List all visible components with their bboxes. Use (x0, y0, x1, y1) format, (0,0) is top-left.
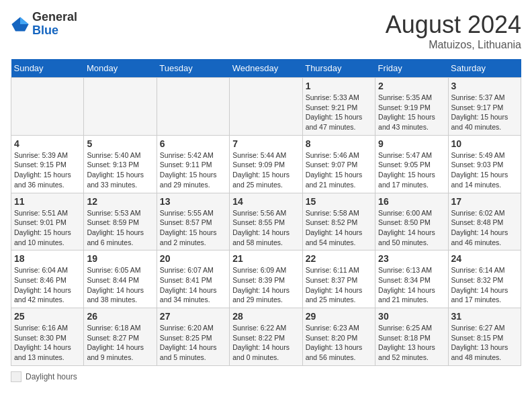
day-number: 15 (306, 196, 372, 207)
calendar-cell: 24Sunrise: 6:14 AMSunset: 8:32 PMDayligh… (448, 250, 521, 308)
legend-label: Daylight hours (26, 372, 77, 381)
day-number: 25 (14, 311, 81, 322)
day-detail: Sunrise: 5:35 AMSunset: 9:19 PMDaylight:… (378, 93, 445, 132)
calendar-cell: 5Sunrise: 5:40 AMSunset: 9:13 PMDaylight… (84, 135, 157, 193)
calendar-cell (230, 78, 302, 136)
calendar-cell: 26Sunrise: 6:18 AMSunset: 8:27 PMDayligh… (84, 308, 157, 366)
header-saturday: Saturday (448, 59, 521, 78)
day-detail: Sunrise: 6:09 AMSunset: 8:39 PMDaylight:… (232, 265, 299, 305)
calendar-cell: 18Sunrise: 6:04 AMSunset: 8:46 PMDayligh… (11, 250, 84, 308)
svg-marker-1 (20, 17, 29, 24)
header-wednesday: Wednesday (230, 59, 302, 78)
day-detail: Sunrise: 5:39 AMSunset: 9:15 PMDaylight:… (14, 150, 81, 190)
day-number: 6 (160, 138, 226, 149)
calendar-cell: 4Sunrise: 5:39 AMSunset: 9:15 PMDaylight… (11, 135, 84, 193)
day-number: 9 (378, 138, 445, 149)
day-number: 14 (232, 196, 299, 207)
calendar-cell: 20Sunrise: 6:07 AMSunset: 8:41 PMDayligh… (157, 250, 229, 308)
calendar-cell: 29Sunrise: 6:23 AMSunset: 8:20 PMDayligh… (302, 308, 375, 366)
calendar-table: SundayMondayTuesdayWednesdayThursdayFrid… (11, 59, 521, 366)
calendar-cell: 1Sunrise: 5:33 AMSunset: 9:21 PMDaylight… (302, 78, 375, 136)
header-thursday: Thursday (302, 59, 375, 78)
day-number: 31 (451, 311, 518, 322)
day-detail: Sunrise: 6:25 AMSunset: 8:18 PMDaylight:… (378, 323, 445, 363)
subtitle: Matuizos, Lithuania (386, 39, 521, 51)
calendar-cell: 6Sunrise: 5:42 AMSunset: 9:11 PMDaylight… (157, 135, 229, 193)
header-monday: Monday (84, 59, 157, 78)
day-detail: Sunrise: 6:22 AMSunset: 8:22 PMDaylight:… (232, 323, 299, 363)
calendar-cell: 3Sunrise: 5:37 AMSunset: 9:17 PMDaylight… (448, 78, 521, 136)
calendar-cell: 7Sunrise: 5:44 AMSunset: 9:09 PMDaylight… (230, 135, 302, 193)
header-friday: Friday (375, 59, 448, 78)
day-number: 21 (232, 253, 299, 264)
header-sunday: Sunday (11, 59, 84, 78)
day-number: 11 (14, 196, 81, 207)
calendar-cell: 10Sunrise: 5:49 AMSunset: 9:03 PMDayligh… (448, 135, 521, 193)
calendar-cell: 16Sunrise: 6:00 AMSunset: 8:50 PMDayligh… (375, 193, 448, 250)
day-detail: Sunrise: 6:07 AMSunset: 8:41 PMDaylight:… (160, 265, 226, 305)
day-detail: Sunrise: 6:02 AMSunset: 8:48 PMDaylight:… (451, 208, 518, 248)
day-number: 29 (306, 311, 372, 322)
day-detail: Sunrise: 6:16 AMSunset: 8:30 PMDaylight:… (14, 323, 81, 363)
day-number: 24 (451, 253, 518, 264)
day-detail: Sunrise: 5:58 AMSunset: 8:52 PMDaylight:… (306, 208, 372, 248)
day-detail: Sunrise: 6:27 AMSunset: 8:15 PMDaylight:… (451, 323, 518, 363)
day-detail: Sunrise: 6:13 AMSunset: 8:34 PMDaylight:… (378, 265, 445, 305)
calendar-cell: 27Sunrise: 6:20 AMSunset: 8:25 PMDayligh… (157, 308, 229, 366)
week-row-5: 25Sunrise: 6:16 AMSunset: 8:30 PMDayligh… (11, 308, 521, 366)
calendar-cell: 25Sunrise: 6:16 AMSunset: 8:30 PMDayligh… (11, 308, 84, 366)
day-number: 22 (306, 253, 372, 264)
day-detail: Sunrise: 5:53 AMSunset: 8:59 PMDaylight:… (87, 208, 153, 248)
day-number: 3 (451, 81, 518, 91)
calendar-cell: 14Sunrise: 5:56 AMSunset: 8:55 PMDayligh… (230, 193, 302, 250)
week-row-2: 4Sunrise: 5:39 AMSunset: 9:15 PMDaylight… (11, 135, 521, 193)
day-detail: Sunrise: 6:14 AMSunset: 8:32 PMDaylight:… (451, 265, 518, 305)
day-detail: Sunrise: 6:04 AMSunset: 8:46 PMDaylight:… (14, 265, 81, 305)
legend-box (11, 371, 21, 382)
day-detail: Sunrise: 5:55 AMSunset: 8:57 PMDaylight:… (160, 208, 226, 248)
calendar-cell: 23Sunrise: 6:13 AMSunset: 8:34 PMDayligh… (375, 250, 448, 308)
page-header: General Blue August 2024 Matuizos, Lithu… (11, 11, 521, 51)
day-number: 4 (14, 138, 81, 149)
day-number: 8 (306, 138, 372, 149)
week-row-3: 11Sunrise: 5:51 AMSunset: 9:01 PMDayligh… (11, 193, 521, 250)
day-number: 28 (232, 311, 299, 322)
logo-text: General Blue (32, 11, 77, 38)
day-number: 18 (14, 253, 81, 264)
calendar-cell (84, 78, 157, 136)
calendar-cell: 28Sunrise: 6:22 AMSunset: 8:22 PMDayligh… (230, 308, 302, 366)
calendar-cell (11, 78, 84, 136)
logo-general: General (32, 11, 77, 24)
day-number: 12 (87, 196, 153, 207)
calendar-cell: 13Sunrise: 5:55 AMSunset: 8:57 PMDayligh… (157, 193, 229, 250)
day-detail: Sunrise: 6:23 AMSunset: 8:20 PMDaylight:… (306, 323, 372, 363)
header-tuesday: Tuesday (157, 59, 229, 78)
calendar-cell: 2Sunrise: 5:35 AMSunset: 9:19 PMDaylight… (375, 78, 448, 136)
calendar-cell: 15Sunrise: 5:58 AMSunset: 8:52 PMDayligh… (302, 193, 375, 250)
day-number: 27 (160, 311, 226, 322)
day-detail: Sunrise: 6:18 AMSunset: 8:27 PMDaylight:… (87, 323, 153, 363)
main-title: August 2024 (386, 11, 521, 39)
day-number: 16 (378, 196, 445, 207)
calendar-cell: 11Sunrise: 5:51 AMSunset: 9:01 PMDayligh… (11, 193, 84, 250)
day-number: 10 (451, 138, 518, 149)
day-number: 13 (160, 196, 226, 207)
day-detail: Sunrise: 5:49 AMSunset: 9:03 PMDaylight:… (451, 150, 518, 190)
day-number: 7 (232, 138, 299, 149)
day-detail: Sunrise: 5:44 AMSunset: 9:09 PMDaylight:… (232, 150, 299, 190)
calendar-cell: 21Sunrise: 6:09 AMSunset: 8:39 PMDayligh… (230, 250, 302, 308)
day-number: 20 (160, 253, 226, 264)
day-detail: Sunrise: 5:40 AMSunset: 9:13 PMDaylight:… (87, 150, 153, 190)
calendar-cell: 19Sunrise: 6:05 AMSunset: 8:44 PMDayligh… (84, 250, 157, 308)
calendar-cell: 17Sunrise: 6:02 AMSunset: 8:48 PMDayligh… (448, 193, 521, 250)
logo: General Blue (11, 11, 77, 38)
day-number: 17 (451, 196, 518, 207)
day-number: 30 (378, 311, 445, 322)
day-detail: Sunrise: 6:20 AMSunset: 8:25 PMDaylight:… (160, 323, 226, 363)
legend: Daylight hours (11, 371, 521, 382)
week-row-4: 18Sunrise: 6:04 AMSunset: 8:46 PMDayligh… (11, 250, 521, 308)
day-number: 23 (378, 253, 445, 264)
day-number: 2 (378, 81, 445, 91)
title-block: August 2024 Matuizos, Lithuania (386, 11, 521, 51)
day-number: 5 (87, 138, 153, 149)
